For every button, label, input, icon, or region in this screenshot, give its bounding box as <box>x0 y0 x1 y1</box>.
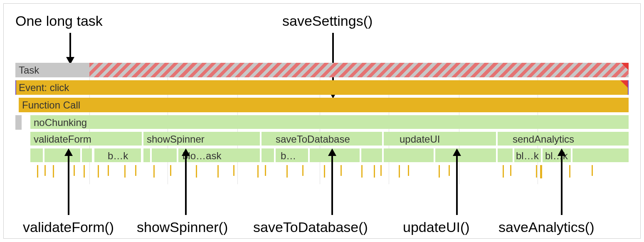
tick <box>536 165 537 178</box>
savetodatabase-label: saveToDatabase <box>276 133 350 145</box>
tick <box>108 165 109 176</box>
subfn-label-b: b… <box>281 150 296 162</box>
tick <box>84 165 85 178</box>
tick <box>540 165 542 178</box>
tick <box>196 165 197 178</box>
subfn-label-bk: b…k <box>108 150 128 162</box>
tick <box>399 165 400 178</box>
event-click-bar <box>15 80 629 95</box>
task-bar-hatched <box>89 63 629 77</box>
subfn-bar <box>572 148 629 162</box>
arrow-down-icon <box>62 33 79 65</box>
annotation-save-settings: saveSettings() <box>282 13 373 29</box>
subfn-bar <box>262 148 274 162</box>
arrow-up-icon <box>553 148 570 215</box>
updateui-label: updateUI <box>400 133 440 145</box>
annotation-showspinner: showSpinner() <box>137 219 228 235</box>
subfn-bar <box>361 148 382 162</box>
subfn-label-blk1: bl…k <box>516 150 539 162</box>
diagram-frame: One long task saveSettings() Task Event:… <box>3 3 641 239</box>
subfn-bar <box>143 148 150 162</box>
subfn-bar <box>82 148 92 162</box>
function-call-label: Function Call <box>22 99 80 111</box>
warning-triangle-icon <box>620 80 628 88</box>
tick <box>408 165 409 176</box>
subfn-bar <box>30 148 43 162</box>
annotation-saveanalytics: saveAnalytics() <box>498 219 595 235</box>
tick <box>341 165 342 176</box>
tick <box>592 165 593 176</box>
tick <box>98 165 99 178</box>
warning-triangle-icon <box>621 63 629 70</box>
tick <box>286 165 288 178</box>
arrow-up-icon <box>60 148 77 215</box>
arrow-up-icon <box>324 148 341 215</box>
function-call-bar <box>19 98 629 112</box>
tick <box>233 165 234 176</box>
tick <box>302 165 303 176</box>
subfn-bar <box>384 148 434 162</box>
subfn-bar <box>152 148 177 162</box>
annotation-one-long-task: One long task <box>15 13 103 29</box>
subfn-bar <box>435 148 496 162</box>
tick <box>153 165 155 178</box>
tick <box>44 165 46 176</box>
arrow-up-icon <box>449 148 465 215</box>
validateform-label: validateForm <box>34 133 91 145</box>
arrow-up-icon <box>178 148 194 215</box>
subfn-bar <box>498 148 513 162</box>
showspinner-label: showSpinner <box>147 133 205 145</box>
tick <box>170 165 171 176</box>
tick <box>380 165 382 176</box>
tick <box>510 165 511 176</box>
tick <box>53 165 54 178</box>
nochunking-bar <box>30 115 629 129</box>
tick <box>217 165 219 178</box>
tick <box>135 165 136 176</box>
tick <box>361 165 363 178</box>
gray-sliver <box>15 115 22 130</box>
tick <box>374 165 375 178</box>
annotation-validateform: validateForm() <box>23 219 114 235</box>
tick <box>503 165 504 178</box>
nochunking-label: noChunking <box>34 117 87 128</box>
tick <box>265 165 266 176</box>
event-click-label: Event: click <box>19 82 69 94</box>
tick <box>124 165 126 178</box>
task-label: Task <box>19 64 39 76</box>
sendanalytics-label: sendAnalytics <box>513 133 574 145</box>
tick <box>439 165 440 178</box>
tick <box>257 165 259 178</box>
annotation-savetodatabase: saveToDatabase() <box>253 219 368 235</box>
annotation-updateui: updateUI() <box>403 219 470 235</box>
tick <box>37 165 38 178</box>
